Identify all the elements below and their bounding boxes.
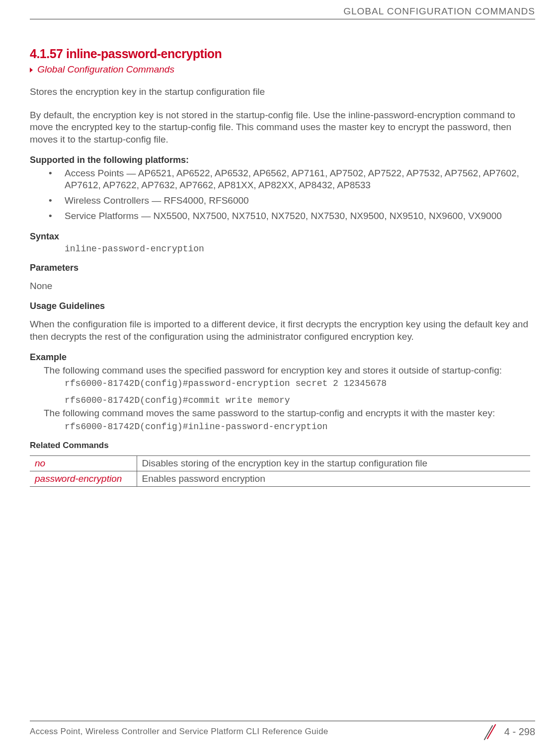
usage-heading: Usage Guidelines	[30, 301, 530, 311]
breadcrumb-label: Global Configuration Commands	[37, 64, 174, 75]
related-command-desc: Enables password encryption	[137, 471, 530, 486]
header-title: GLOBAL CONFIGURATION COMMANDS	[343, 6, 535, 16]
arrow-right-icon	[30, 68, 33, 73]
supported-list: Access Points — AP6521, AP6522, AP6532, …	[30, 167, 530, 223]
related-command-link[interactable]: password-encryption	[30, 471, 137, 486]
description-paragraph: By default, the encryption key is not st…	[30, 109, 530, 146]
usage-text: When the configuration file is imported …	[30, 318, 530, 343]
footer-page-block: 4 - 298	[483, 724, 535, 739]
page-header: GLOBAL CONFIGURATION COMMANDS	[0, 0, 560, 17]
related-heading: Related Commands	[30, 441, 530, 451]
related-command-desc: Disables storing of the encryption key i…	[137, 455, 530, 471]
parameters-heading: Parameters	[30, 263, 530, 273]
supported-heading: Supported in the following platforms:	[30, 155, 530, 165]
syntax-heading: Syntax	[30, 231, 530, 242]
intro-paragraph: Stores the encryption key in the startup…	[30, 86, 530, 98]
example-lead-2: The following command moves the same pas…	[30, 407, 530, 420]
breadcrumb[interactable]: Global Configuration Commands	[30, 64, 530, 75]
example-lead-1: The following command uses the specified…	[30, 365, 530, 377]
example-code-3: rfs6000-81742D(config)#inline-password-e…	[30, 422, 530, 432]
section-title: 4.1.57 inline-password-encryption	[30, 47, 530, 61]
footer-guide-title: Access Point, Wireless Controller and Se…	[30, 727, 328, 737]
page-number: 4 - 298	[504, 726, 535, 738]
example-code-1: rfs6000-81742D(config)#password-encrypti…	[30, 378, 530, 388]
list-item: Service Platforms — NX5500, NX7500, NX75…	[49, 210, 530, 223]
table-row: password-encryption Enables password enc…	[30, 471, 530, 486]
syntax-code: inline-password-encryption	[30, 244, 530, 254]
example-code-2: rfs6000-81742D(config)#commit write memo…	[30, 395, 530, 405]
table-row: no Disables storing of the encryption ke…	[30, 455, 530, 471]
list-item: Access Points — AP6521, AP6522, AP6532, …	[49, 167, 530, 192]
footer-rule	[30, 721, 535, 721]
page-footer: Access Point, Wireless Controller and Se…	[0, 721, 560, 739]
example-heading: Example	[30, 352, 530, 363]
slash-icon	[483, 724, 498, 739]
footer-row: Access Point, Wireless Controller and Se…	[30, 724, 535, 739]
related-command-link[interactable]: no	[30, 455, 137, 471]
parameters-value: None	[30, 280, 530, 293]
related-commands-table: no Disables storing of the encryption ke…	[30, 455, 530, 487]
page-content: 4.1.57 inline-password-encryption Global…	[0, 19, 560, 487]
list-item: Wireless Controllers — RFS4000, RFS6000	[49, 195, 530, 207]
